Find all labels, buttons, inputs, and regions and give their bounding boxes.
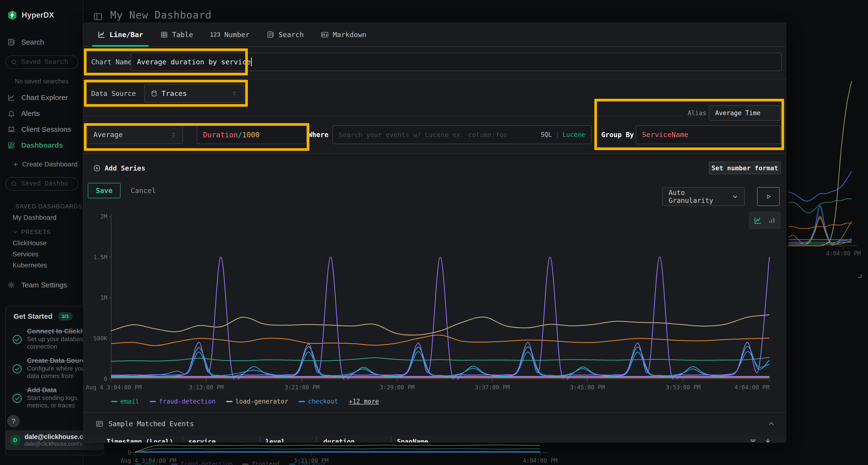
legend-item[interactable]: fraud-detection <box>171 461 233 465</box>
legend-more-link[interactable]: +12 more <box>349 398 379 405</box>
sidebar-item-chart-explorer[interactable]: Chart Explorer <box>7 90 80 105</box>
set-number-format-button[interactable]: Set number format <box>709 162 781 174</box>
where-label: Where <box>308 125 329 144</box>
text-cursor <box>251 58 252 66</box>
legend-item[interactable]: frontend <box>242 461 279 465</box>
legend-item[interactable]: checkout <box>299 398 338 405</box>
alias-input[interactable]: Average Time <box>709 105 781 121</box>
no-saved-searches-text: No saved searches <box>0 77 83 85</box>
chart-name-label: Chart Name <box>91 53 132 71</box>
svg-text:4:04:00 PM: 4:04:00 PM <box>826 250 861 257</box>
bell-icon <box>7 109 16 118</box>
svg-text:1M: 1M <box>100 294 107 301</box>
field-expression-input[interactable]: Duration/1000 <box>197 125 306 144</box>
check-circle-icon <box>11 334 23 345</box>
svg-text:0: 0 <box>128 449 131 456</box>
svg-text:4:04:00 PM: 4:04:00 PM <box>735 384 770 391</box>
svg-text:3:13:00 PM: 3:13:00 PM <box>189 384 224 391</box>
sidebar-item-alerts[interactable]: Alerts <box>7 105 80 122</box>
lang-sql[interactable]: SQL <box>540 131 552 138</box>
sidebar-item-dashboards[interactable]: Dashboards <box>7 137 80 153</box>
gear-icon <box>7 281 16 289</box>
sample-matched-events-header[interactable]: Sample Matched Events <box>95 418 194 430</box>
data-source-select[interactable]: Traces <box>144 84 244 103</box>
sidebar-item-search[interactable]: Search <box>7 38 44 46</box>
database-icon <box>151 90 158 97</box>
brand[interactable]: HyperDX <box>7 10 54 21</box>
select-chevrons-icon <box>170 131 177 138</box>
column-separator[interactable] <box>316 437 317 442</box>
add-series-button[interactable]: Add Series <box>93 161 145 175</box>
background-chart-legend: emailfraud-detectionfrontendcheckout <box>135 461 326 465</box>
run-query-button[interactable] <box>757 187 780 206</box>
lang-lucene[interactable]: Lucene <box>562 131 585 138</box>
saved-dashboards-input[interactable] <box>5 177 79 191</box>
tab-line-bar[interactable]: Line/Bar <box>92 23 149 46</box>
svg-text:3:53:00 PM: 3:53:00 PM <box>666 384 701 391</box>
preview-chart: 0500K1M1.5M2MAug 4 3:04:00 PM3:13:00 PM3… <box>84 211 786 394</box>
create-dashboard-button[interactable]: Create Dashboard <box>12 161 78 168</box>
sidebar-sections: SAVED DASHBOARDSMy DashboardPRESETSClick… <box>12 198 80 271</box>
column-header-spanname[interactable]: SpanName <box>397 438 428 442</box>
column-separator[interactable] <box>391 437 392 442</box>
sidebar-item-client-sessions[interactable]: Client Sessions <box>7 122 80 137</box>
check-circle-icon <box>11 363 23 374</box>
granularity-select[interactable]: Auto Granularity <box>662 187 745 206</box>
saved-searches-field[interactable] <box>21 58 69 66</box>
hyperdx-logo-icon <box>7 10 18 21</box>
svg-text:1.5M: 1.5M <box>93 254 107 261</box>
app-root: HyperDX Search No saved searches Chart E… <box>0 0 868 465</box>
svg-text:4:04:00 PM: 4:04:00 PM <box>523 457 558 464</box>
sidebar-item-team-settings[interactable]: Team Settings <box>7 281 67 289</box>
user-team: dale@clickhouse.com's <box>25 441 83 447</box>
collapse-sidebar-icon[interactable] <box>93 11 103 22</box>
table-icon <box>160 31 168 39</box>
edit-chart-modal: Line/BarTable123NumberSearchMarkdown Cha… <box>83 23 786 442</box>
user-email: dale@clickhouse.c <box>25 433 83 441</box>
collapse-section-icon[interactable] <box>767 420 775 428</box>
tab-markdown[interactable]: Markdown <box>315 23 372 46</box>
legend-item[interactable]: email <box>111 398 139 405</box>
search-icon <box>10 59 18 66</box>
plus-icon <box>12 161 19 167</box>
page-title[interactable]: My New Dashboard <box>110 9 212 21</box>
sidebar-item-my-dashboard[interactable]: My Dashboard <box>12 212 80 223</box>
avatar: D <box>10 435 21 446</box>
legend-item[interactable]: fraud-detection <box>150 398 216 405</box>
sidebar-item-services[interactable]: Services <box>12 248 80 260</box>
tab-number[interactable]: 123Number <box>205 23 255 46</box>
group-by-input[interactable]: ServiceName <box>636 125 781 144</box>
sidebar-item-kubernetes[interactable]: Kubernetes <box>12 260 80 271</box>
column-header-duration[interactable]: duration <box>323 438 355 442</box>
column-separator[interactable] <box>182 437 183 442</box>
sidebar-item-clickhouse[interactable]: ClickHouse <box>12 238 80 248</box>
cancel-button[interactable]: Cancel <box>131 183 156 198</box>
aggregation-select[interactable]: Average <box>87 125 183 144</box>
section-label[interactable]: SAVED DASHBOARDS <box>12 201 80 212</box>
resize-handle-icon[interactable] <box>853 269 863 279</box>
legend-item[interactable]: email <box>135 461 161 465</box>
select-chevrons-icon <box>231 90 238 97</box>
section-label[interactable]: PRESETS <box>12 227 80 238</box>
save-button[interactable]: Save <box>88 183 121 198</box>
query-language-switch: SQL | Lucene <box>540 125 585 144</box>
legend-item[interactable]: checkout <box>289 461 326 465</box>
tab-table[interactable]: Table <box>155 23 198 46</box>
saved-searches-input[interactable] <box>5 56 79 69</box>
help-button[interactable]: ? <box>7 415 20 427</box>
column-header-service[interactable]: service <box>188 438 216 442</box>
legend-item[interactable]: +12 more <box>349 398 379 405</box>
filter-icon[interactable] <box>749 437 757 442</box>
legend-item[interactable]: load-generator <box>226 398 288 405</box>
download-icon[interactable] <box>764 437 772 442</box>
column-header-timestamp-local-[interactable]: Timestamp (Local) <box>106 438 173 442</box>
saved-dashboards-field[interactable] <box>21 180 69 188</box>
chart-name-input[interactable]: Average duration by service <box>131 53 782 71</box>
tab-search[interactable]: Search <box>261 23 309 46</box>
column-header-level[interactable]: level <box>266 438 285 442</box>
list-icon <box>95 420 104 428</box>
svg-text:3:21:00 PM: 3:21:00 PM <box>284 384 319 391</box>
svg-text:2M: 2M <box>100 213 107 220</box>
column-separator[interactable] <box>259 437 260 442</box>
svg-text:3:45:00 PM: 3:45:00 PM <box>570 384 605 391</box>
